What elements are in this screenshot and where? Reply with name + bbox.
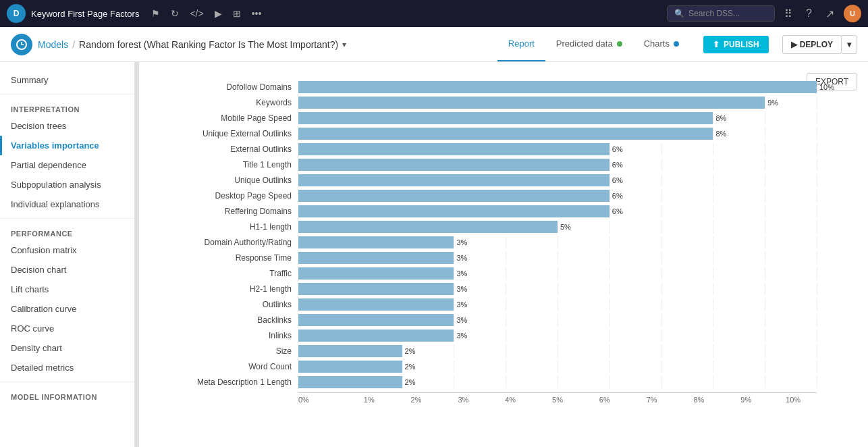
grid-line [402,345,403,357]
grid-line [817,298,817,311]
chart-row: Word Count2% [150,359,817,374]
chart-bar-fill: 2% [298,345,402,357]
grid-line [506,236,506,248]
grid-line [506,267,506,280]
grid-line [661,345,662,357]
chart-bar-fill: 8% [298,112,713,124]
grid-line [765,314,765,326]
chart-row: Unique External Outlinks8% [150,126,817,141]
chart-bar-pct-label: 3% [456,238,467,246]
chart-row: External Outlinks6% [150,142,817,157]
play-icon[interactable]: ▶ [212,5,225,22]
chart-bar-area: 6% [298,174,817,186]
sidebar-item-summary[interactable]: Summary [0,70,134,90]
trending-icon[interactable]: ↗ [821,5,838,23]
refresh-icon[interactable]: ↻ [168,5,182,22]
grid-line [817,128,817,140]
grid-line [558,252,558,264]
tab-charts[interactable]: Charts [633,27,690,61]
chart-bar-label-text: Domain Authority/Rating [150,238,298,247]
chart-bar-label-text: Unique External Outlinks [150,129,298,138]
grid-line [506,330,506,342]
sidebar-item-variables-importance[interactable]: Variables importance [0,136,134,155]
tab-predicted-data[interactable]: Predicted data [545,27,633,61]
grid-line [402,376,403,388]
sidebar-item-subpopulation-analysis[interactable]: Subpopulation analysis [0,175,134,194]
chart-bar-area: 2% [298,345,817,357]
grid-line [817,159,817,171]
chart-bar-area: 6% [298,190,817,202]
chart-row: Mobile Page Speed8% [150,111,817,126]
chart-bar-pct-label: 3% [456,300,467,309]
chart-bar-label-text: Reffering Domains [150,207,298,216]
grid-apps-icon[interactable]: ⠿ [780,5,796,23]
chart-bar-area: 3% [298,330,817,342]
sidebar-item-partial-dependence[interactable]: Partial dependence [0,155,134,175]
flag-icon[interactable]: ⚑ [148,5,163,22]
publish-button[interactable]: ⬆ PUBLISH [703,36,769,53]
search-box[interactable]: 🔍 Search DSS... [667,5,775,22]
ellipsis-icon[interactable]: ••• [249,5,265,22]
sidebar-item-calibration-curve[interactable]: Calibration curve [0,299,134,319]
deploy-dropdown-button[interactable]: ▾ [841,35,857,54]
chart-row: Traffic3% [150,266,817,281]
grid-line [506,376,506,388]
sidebar-item-detailed-metrics[interactable]: Detailed metrics [0,358,134,377]
sidebar-item-decision-chart[interactable]: Decision chart [0,260,134,280]
grid-line [817,112,817,124]
chart-bar-area: 9% [298,97,817,109]
grid-line [454,361,454,373]
grid-line [661,267,662,280]
help-icon[interactable]: ? [802,5,816,22]
sidebar-item-confusion-matrix[interactable]: Confusion matrix [0,240,134,260]
grid-line [765,143,765,155]
grid-line [817,267,817,280]
grid-line [713,345,713,357]
chart-row: Title 1 Length6% [150,157,817,172]
models-link[interactable]: Models [38,39,68,50]
chart-bar-pct-label: 6% [612,176,623,184]
search-placeholder: Search DSS... [688,9,740,18]
grid-line [454,376,454,388]
x-axis-tick: 0% [298,396,346,404]
chart-row: Inlinks3% [150,328,817,343]
chart-bar-pct-label: 3% [456,285,467,293]
chart-bar-label-text: External Outlinks [150,144,298,154]
user-avatar[interactable]: U [844,5,861,22]
tab-report[interactable]: Report [497,27,545,61]
grid-line [609,190,610,202]
grid-icon[interactable]: ⊞ [230,5,244,22]
grid-line [817,252,817,264]
grid-line [713,252,713,264]
grid-line [558,330,558,342]
chart-bar-pct-label: 3% [456,332,467,340]
sidebar-item-decision-trees[interactable]: Decision trees [0,116,134,136]
app-logo[interactable]: D [7,4,26,23]
grid-line [713,314,713,326]
grid-line [609,159,610,171]
code-icon[interactable]: </> [187,5,206,22]
chart-bar-label-text: Outlinks [150,300,298,309]
grid-line [609,267,610,280]
chart-bar-pct-label: 6% [612,161,623,169]
grid-line [713,267,713,280]
chart-bar-label-text: Response Time [150,253,298,263]
chart-row: Response Time3% [150,251,817,265]
deploy-button[interactable]: ▶ DEPLOY [782,35,842,54]
grid-line [558,345,558,357]
grid-line [506,298,506,311]
chart-bar-area: 3% [298,252,817,264]
grid-line [713,361,713,373]
sidebar-item-lift-charts[interactable]: Lift charts [0,280,134,299]
grid-line [506,283,506,295]
sidebar-item-roc-curve[interactable]: ROC curve [0,319,134,338]
grid-line [506,361,506,373]
grid-line [817,143,817,155]
grid-line [558,267,558,280]
sidebar-item-individual-explanations[interactable]: Individual explanations [0,194,134,214]
grid-line [609,376,610,388]
grid-line [661,205,662,217]
model-dropdown-arrow[interactable]: ▾ [342,40,346,49]
grid-line [817,376,817,388]
sidebar-item-density-chart[interactable]: Density chart [0,338,134,358]
